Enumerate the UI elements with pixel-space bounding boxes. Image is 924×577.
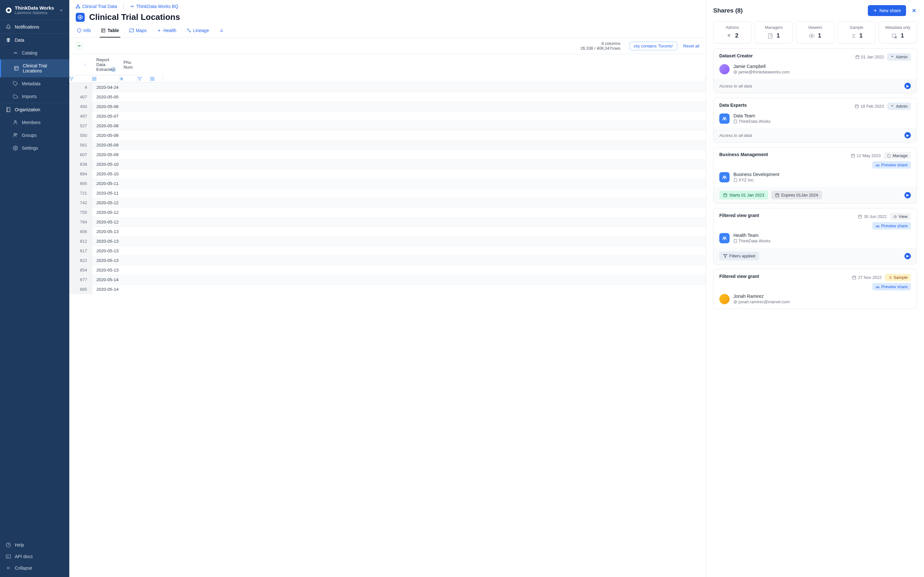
table-row[interactable]: 4502020-05-06 <box>69 102 706 111</box>
cell-phu <box>163 266 706 275</box>
table-row[interactable]: 7552020-05-12 <box>69 208 706 218</box>
share-date: 30 Jun 2022 <box>858 214 887 219</box>
nav-members[interactable]: Members <box>0 116 69 129</box>
table-row[interactable]: 5812020-05-09 <box>69 140 706 150</box>
col-tool-more[interactable] <box>163 75 706 83</box>
table-row[interactable]: 8172020-05-13 <box>69 246 706 256</box>
nav-imports[interactable]: Imports <box>0 90 69 103</box>
table-row[interactable]: 8222020-05-13 <box>69 256 706 266</box>
share-title: Business Management <box>719 152 768 157</box>
panel-header: Shares (8) New share <box>706 0 924 21</box>
col-tool-group2[interactable] <box>150 75 163 83</box>
layers-icon <box>6 37 11 43</box>
svg-rect-16 <box>79 7 80 8</box>
table-row[interactable]: 8122020-05-13 <box>69 237 706 246</box>
table-row[interactable]: 4972020-05-07 <box>69 111 706 121</box>
preview-share-button[interactable]: Preview share <box>872 283 911 290</box>
stat-icon <box>767 33 773 39</box>
cell-row-number: 497 <box>69 111 92 121</box>
table-row[interactable]: 8852020-05-14 <box>69 285 706 294</box>
expand-button[interactable]: ▶ <box>905 83 911 89</box>
table-wrap[interactable]: ↑ Report Data Extracted Phu Num <box>69 54 706 577</box>
table-row[interactable]: 6952020-05-11 <box>69 179 706 189</box>
stat-card-viewers[interactable]: Viewers1 <box>796 21 834 43</box>
col-phu-num[interactable]: Phu Num <box>119 54 137 75</box>
col-report-data-extracted[interactable]: Report Data Extracted <box>92 54 119 75</box>
table-row[interactable]: 8542020-05-13 <box>69 266 706 275</box>
table-row[interactable]: 7212020-05-11 <box>69 189 706 198</box>
stat-label: Viewers <box>799 25 831 30</box>
cell-row-number: 822 <box>69 256 92 266</box>
nav-api-docs[interactable]: API docs <box>0 551 69 562</box>
nav-label: Metadata <box>22 81 40 86</box>
table-row[interactable]: 6382020-05-10 <box>69 160 706 169</box>
chevron-down-icon[interactable] <box>59 8 63 13</box>
svg-point-69 <box>895 36 897 38</box>
nav-clinical-trial-locations[interactable]: Clinical Trial Locations <box>0 59 69 77</box>
stat-card-metadata-only[interactable]: Metadata only1 <box>879 21 917 43</box>
cell-row-number: 407 <box>69 92 92 102</box>
cell-row-number: 664 <box>69 169 92 179</box>
table-row[interactable]: 7422020-05-12 <box>69 198 706 208</box>
cell-row-number: 784 <box>69 218 92 227</box>
table-row[interactable]: 42020-04-24 <box>69 83 706 92</box>
table-row[interactable]: 7842020-05-12 <box>69 218 706 227</box>
map-icon <box>129 28 134 33</box>
info-icon[interactable] <box>111 67 116 72</box>
tab-maps[interactable]: Maps <box>128 24 148 37</box>
nav-help[interactable]: Help <box>0 539 69 551</box>
table-row[interactable]: 8772020-05-14 <box>69 275 706 285</box>
col-tool-group1[interactable] <box>92 75 119 83</box>
crumb-clinical-trial-data[interactable]: Clinical Trial Data <box>76 4 117 9</box>
tab-info[interactable]: Info <box>76 24 92 37</box>
stat-card-admins[interactable]: Admins2 <box>713 21 751 43</box>
tab-table[interactable]: Table <box>100 24 120 37</box>
reset-all-button[interactable]: Reset all <box>683 44 699 48</box>
dataset-icon <box>76 13 85 22</box>
sidebar-header[interactable]: ThinkData Works Lawrence Nabeera <box>0 0 69 20</box>
table-row[interactable]: 4072020-05-05 <box>69 92 706 102</box>
table-row[interactable]: 5272020-05-08 <box>69 121 706 131</box>
cell-phu <box>163 160 706 169</box>
col-tool-freeze1[interactable] <box>119 75 137 83</box>
crumb-thinkdata-bq[interactable]: ThinkData Works BQ <box>130 4 178 9</box>
nav-data[interactable]: Data <box>0 33 69 47</box>
col-tool-rownum[interactable] <box>69 75 92 83</box>
nav-settings[interactable]: Settings <box>0 142 69 155</box>
nav-groups[interactable]: Groups <box>0 129 69 142</box>
share-list[interactable]: Dataset Creator 01 Jan 2022 Admin Jamie … <box>706 48 924 577</box>
nav-label: Organization <box>15 107 40 112</box>
nav-collapse[interactable]: Collapse <box>0 562 69 574</box>
col-row-number[interactable]: ↑ <box>69 54 92 75</box>
nav-organization[interactable]: Organization <box>0 103 69 116</box>
tab-lineage[interactable]: Lineage <box>186 24 210 37</box>
nav-notifications[interactable]: Notifications <box>0 20 69 33</box>
terminal-icon <box>6 554 11 559</box>
tab-more[interactable] <box>218 24 225 37</box>
filter-chip-city[interactable]: city contains 'Toronto' <box>630 42 677 50</box>
svg-point-8 <box>14 133 15 135</box>
table-row[interactable]: 8062020-05-13 <box>69 227 706 237</box>
svg-marker-52 <box>137 77 142 81</box>
preview-share-button[interactable]: Preview share <box>872 161 911 169</box>
expand-button[interactable]: ▶ <box>905 132 911 139</box>
stat-card-sample[interactable]: Sample1 <box>837 21 876 43</box>
expand-button[interactable]: ▶ <box>905 192 911 198</box>
new-share-button[interactable]: New share <box>868 5 906 16</box>
expand-button[interactable]: ▶ <box>905 253 911 259</box>
stat-card-managers[interactable]: Managers1 <box>754 21 793 43</box>
nav-catalog[interactable]: Catalog <box>0 47 69 59</box>
tab-health[interactable]: Health <box>156 24 178 37</box>
page-title: Clinical Trial Locations <box>89 12 180 22</box>
nav-metadata[interactable]: Metadata <box>0 77 69 90</box>
cell-row-number: 817 <box>69 246 92 256</box>
nav-label: Help <box>15 542 24 548</box>
table-row[interactable]: 5502020-05-08 <box>69 131 706 140</box>
table-row[interactable]: 6642020-05-10 <box>69 169 706 179</box>
panel-title: Shares (8) <box>713 7 743 14</box>
table-row[interactable]: 6072020-05-09 <box>69 150 706 160</box>
preview-share-button[interactable]: Preview share <box>872 222 911 229</box>
col-tool-filter2[interactable] <box>137 75 150 83</box>
close-icon[interactable] <box>911 8 917 13</box>
stat-icon <box>809 33 814 39</box>
